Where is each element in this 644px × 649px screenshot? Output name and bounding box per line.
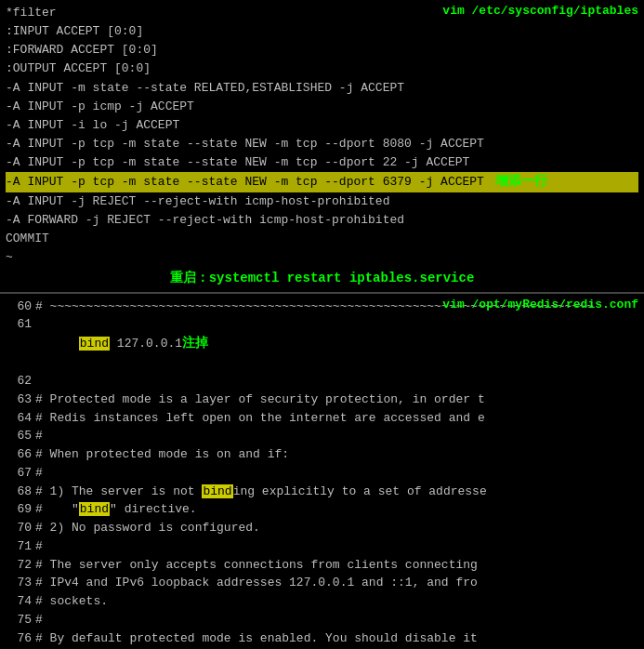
iptables-line-input: :INPUT ACCEPT [0:0] — [6, 22, 638, 41]
annotation-comment: 注掉 — [182, 336, 208, 351]
redis-line-75: 75 # — [6, 611, 638, 629]
line-num-60: 60 — [6, 298, 32, 316]
line-num-62: 62 — [6, 372, 32, 391]
line-num-67: 67 — [6, 464, 32, 483]
redis-line-61-content: bind 127.0.0.1注掉 — [35, 315, 208, 372]
iptables-forward-reject-text: -A FORWARD -j REJECT --reject-with icmp-… — [6, 211, 404, 230]
redis-line-72-content: # The server only accepts connections fr… — [35, 556, 478, 575]
redis-line-66: 66 # When protected mode is on and if: — [6, 445, 638, 464]
iptables-line-icmp: -A INPUT -p icmp -j ACCEPT — [6, 98, 638, 116]
line-num-63: 63 — [6, 391, 32, 409]
iptables-line-22: -A INPUT -p tcp -m state --state NEW -m … — [6, 153, 638, 172]
line-num-72: 72 — [6, 556, 32, 575]
redis-line-69-content: # "bind" directive. — [35, 500, 197, 519]
line-num-74: 74 — [6, 592, 32, 611]
redis-line-67: 67 # — [6, 464, 638, 483]
redis-line-70: 70 # 2) No password is configured. — [6, 519, 638, 537]
redis-line-63: 63 # Protected mode is a layer of securi… — [6, 391, 638, 409]
line-num-70: 70 — [6, 519, 32, 537]
line-num-73: 73 — [6, 574, 32, 592]
redis-line-76: 76 # By default protected mode is enable… — [6, 629, 638, 648]
line-num-75: 75 — [6, 611, 32, 629]
iptables-line-reject-input: -A INPUT -j REJECT --reject-with icmp-ho… — [6, 192, 638, 211]
redis-line-72: 72 # The server only accepts connections… — [6, 556, 638, 575]
bind-ip: 127.0.0.1 — [110, 337, 182, 351]
bind-hl-68: bind — [202, 484, 232, 498]
redis-line-75-content: # — [35, 611, 43, 629]
iptables-line-reject-forward: -A FORWARD -j REJECT --reject-with icmp-… — [6, 211, 638, 230]
redis-line-69: 69 # "bind" directive. — [6, 500, 638, 519]
redis-line-73: 73 # IPv4 and IPv6 loopback addresses 12… — [6, 574, 638, 592]
redis-line-71: 71 # — [6, 537, 638, 556]
redis-line-73-content: # IPv4 and IPv6 loopback addresses 127.0… — [35, 574, 478, 592]
redis-line-64-content: # Redis instances left open on the inter… — [35, 409, 485, 428]
line-num-76: 76 — [6, 629, 32, 648]
iptables-6379-text: -A INPUT -p tcp -m state --state NEW -m … — [6, 173, 484, 192]
iptables-line-forward: :FORWARD ACCEPT [0:0] — [6, 41, 638, 60]
iptables-line-8080: -A INPUT -p tcp -m state --state NEW -m … — [6, 135, 638, 153]
redis-line-76-content: # By default protected mode is enabled. … — [35, 629, 478, 648]
redis-line-62: 62 — [6, 372, 638, 391]
restart-instruction: 重启：systemctl restart iptables.service — [6, 268, 638, 288]
vim-title-redis: vim /opt/myRedis/redis.conf — [442, 298, 638, 311]
redis-line-68: 68 # 1) The server is not binding explic… — [6, 483, 638, 501]
line-num-65: 65 — [6, 427, 32, 445]
line-num-71: 71 — [6, 537, 32, 556]
line-num-68: 68 — [6, 483, 32, 501]
redis-line-63-content: # Protected mode is a layer of security … — [35, 391, 485, 409]
iptables-line-tilde: ~ — [6, 248, 638, 267]
redis-line-67-content: # — [35, 464, 43, 483]
iptables-line-related: -A INPUT -m state --state RELATED,ESTABL… — [6, 79, 638, 98]
line-num-61: 61 — [6, 315, 32, 334]
redis-line-70-content: # 2) No password is configured. — [35, 519, 260, 537]
redis-line-61: 61 bind 127.0.0.1注掉 — [6, 315, 638, 372]
iptables-line-commit: COMMIT — [6, 230, 638, 248]
redis-line-74-content: # sockets. — [35, 592, 108, 611]
line-num-66: 66 — [6, 445, 32, 464]
bind-hl-69: bind — [79, 502, 110, 516]
redis-line-74: 74 # sockets. — [6, 592, 638, 611]
redis-line-71-content: # — [35, 537, 43, 556]
iptables-line-6379: -A INPUT -p tcp -m state --state NEW -m … — [6, 172, 638, 192]
vim-title-iptables: vim /etc/sysconfig/iptables — [442, 4, 638, 18]
bind-keyword: bind — [79, 337, 110, 351]
redis-line-65-content: # — [35, 427, 43, 445]
redis-line-66-content: # When protected mode is on and if: — [35, 445, 289, 464]
line-num-64: 64 — [6, 409, 32, 428]
redis-line-65: 65 # — [6, 427, 638, 445]
top-panel: vim /etc/sysconfig/iptables *filter :INP… — [0, 0, 644, 294]
iptables-line-output: :OUTPUT ACCEPT [0:0] — [6, 60, 638, 78]
iptables-line-lo: -A INPUT -i lo -j ACCEPT — [6, 116, 638, 135]
redis-line-68-content: # 1) The server is not binding explicitl… — [35, 483, 487, 501]
bottom-panel: vim /opt/myRedis/redis.conf 60 # ~~~~~~~… — [0, 294, 644, 649]
annotation-add-line: 增添一行 — [495, 172, 547, 192]
redis-line-64: 64 # Redis instances left open on the in… — [6, 409, 638, 428]
line-num-69: 69 — [6, 500, 32, 519]
